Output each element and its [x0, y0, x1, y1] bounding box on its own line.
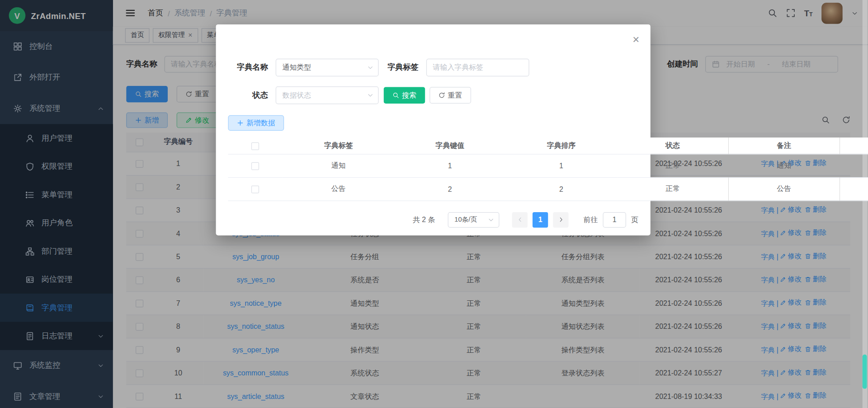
- pagination-total: 共 2 条: [413, 214, 435, 224]
- prev-page-button[interactable]: [512, 212, 528, 227]
- goto-label: 前往: [584, 214, 598, 224]
- column-header: 字典标签: [283, 138, 394, 154]
- modal-status-select[interactable]: 数据状态: [276, 86, 379, 104]
- page-size-select[interactable]: 10条/页: [448, 212, 500, 227]
- modal-dict-name-select[interactable]: 通知类型: [276, 59, 379, 76]
- cell-remark: 公告: [728, 177, 840, 200]
- chevron-left-icon: [517, 217, 523, 223]
- cell-status: 正常: [617, 177, 728, 200]
- dict-data-dialog: × 字典名称 通知类型 字典标签 请输入字典标签 状态 数据状态: [216, 24, 651, 236]
- dict-data-table: 字典标签字典键值字典排序状态备注操作通知11正常通知编辑删除公告22正常公告编辑…: [228, 138, 868, 201]
- refresh-icon: [439, 92, 445, 99]
- cell-remark: 通知: [728, 154, 840, 177]
- column-header: 操作: [840, 138, 868, 154]
- plus-icon: [237, 119, 244, 126]
- chevron-right-icon: [558, 217, 564, 223]
- chevron-down-icon: [488, 216, 495, 223]
- chevron-down-icon: [367, 64, 374, 71]
- column-header: 备注: [728, 138, 840, 154]
- add-data-button[interactable]: 新增数据: [228, 115, 284, 131]
- modal-dict-name-label: 字典名称: [228, 62, 268, 72]
- pagination: 共 2 条 10条/页 1 前往 1 页: [228, 212, 638, 227]
- modal-dict-label-label: 字典标签: [387, 62, 419, 72]
- scrollbar-track: [863, 0, 868, 408]
- scrollbar-thumb[interactable]: [863, 355, 867, 389]
- cell-dict-value: 1: [394, 154, 505, 177]
- column-header: 状态: [617, 138, 728, 154]
- column-header: 字典键值: [394, 138, 505, 154]
- cell-dict-value: 2: [394, 177, 505, 200]
- row-checkbox[interactable]: [251, 185, 259, 193]
- modal-status-label: 状态: [228, 90, 268, 100]
- cell-dict-sort: 1: [505, 154, 617, 177]
- cell-dict-sort: 2: [505, 177, 617, 200]
- select-all-checkbox[interactable]: [251, 142, 259, 150]
- page-1-button[interactable]: 1: [533, 212, 548, 227]
- chevron-down-icon: [367, 92, 374, 99]
- search-icon: [392, 92, 399, 99]
- modal-reset-button[interactable]: 重置: [429, 87, 471, 104]
- table-header-row: 字典标签字典键值字典排序状态备注操作: [228, 138, 868, 154]
- row-checkbox[interactable]: [251, 162, 259, 170]
- cell-dict-label: 公告: [283, 177, 394, 200]
- next-page-button[interactable]: [553, 212, 568, 227]
- page-unit-label: 页: [631, 214, 638, 224]
- cell-status: 正常: [617, 154, 728, 177]
- modal-search-button[interactable]: 搜索: [384, 87, 425, 104]
- goto-page-input[interactable]: 1: [603, 212, 626, 227]
- table-row: 通知11正常通知编辑删除: [228, 154, 868, 177]
- column-header: 字典排序: [505, 138, 617, 154]
- dialog-filter-form: 字典名称 通知类型 字典标签 请输入字典标签 状态 数据状态 搜索: [228, 24, 638, 104]
- app-root: V ZrAdmin.NET 控制台外部打开系统管理用户管理权限管理菜单管理用户角…: [0, 0, 868, 408]
- table-row: 公告22正常公告编辑删除: [228, 177, 868, 200]
- close-icon[interactable]: ×: [632, 33, 639, 45]
- cell-dict-label: 通知: [283, 154, 394, 177]
- modal-dict-label-input[interactable]: 请输入字典标签: [426, 59, 529, 76]
- selected-dict-name: 通知类型: [282, 62, 311, 72]
